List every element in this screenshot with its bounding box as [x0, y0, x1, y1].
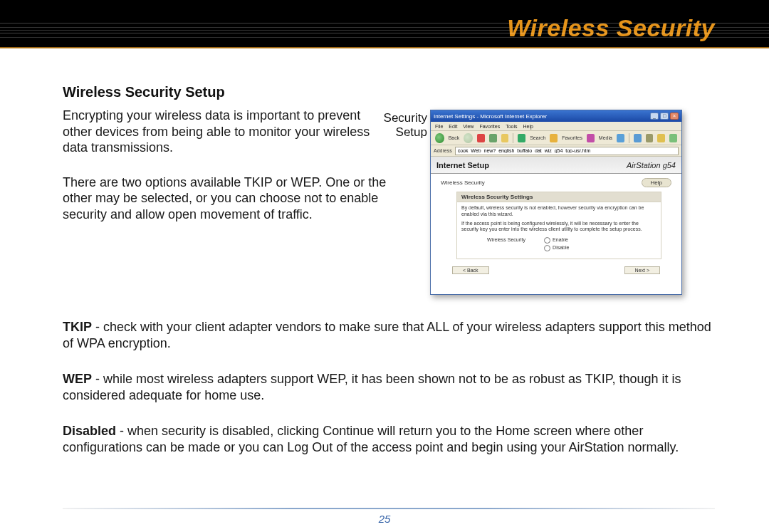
disabled-paragraph: Disabled - when security is disabled, cl…	[63, 423, 715, 455]
brand-label: AirStation g54	[627, 161, 676, 169]
window-titlebar: Internet Settings - Microsoft Internet E…	[431, 110, 681, 122]
menu-tools: Tools	[506, 124, 517, 129]
page-number: 25	[0, 513, 769, 525]
screenshot-caption-line1: Security	[384, 111, 427, 125]
forward-icon	[464, 133, 473, 143]
messenger-icon	[669, 134, 677, 142]
browser-toolbar: Back Search Favorites Media	[431, 131, 681, 145]
embedded-page-subheader: Wireless Security Help	[431, 174, 681, 190]
wep-paragraph: WEP - while most wireless adapters suppo…	[63, 371, 715, 403]
menu-view: View	[463, 124, 474, 129]
menu-help: Help	[523, 124, 533, 129]
wizard-nav: < Back Next >	[452, 266, 660, 274]
header-underline	[0, 47, 769, 48]
radio-group: Wireless Security Enable Disable	[487, 237, 649, 251]
window-title: Internet Settings - Microsoft Internet E…	[434, 113, 547, 120]
menu-edit: Edit	[449, 124, 457, 129]
settings-text-2: If the access point is being configured …	[461, 221, 656, 234]
footer-rule	[63, 508, 715, 509]
toolbar-search-label: Search	[530, 135, 545, 140]
disabled-term: Disabled	[63, 424, 116, 438]
address-label: Address	[434, 148, 452, 153]
toolbar-media-label: Media	[599, 135, 612, 140]
wep-term: WEP	[63, 372, 92, 386]
settings-text-1: By default, wireless security is not ena…	[461, 205, 656, 218]
window-minimize-icon: _	[650, 113, 659, 120]
embedded-page-header: Internet Setup AirStation g54	[431, 157, 681, 174]
page-header-title: Wireless Security	[507, 14, 715, 42]
favorites-icon	[550, 134, 558, 142]
intro-column: Encrypting your wireless data is importa…	[63, 108, 390, 222]
edit-icon	[657, 134, 665, 142]
header-band: Wireless Security	[0, 0, 769, 47]
wep-text: - while most wireless adapters support W…	[63, 372, 681, 402]
screenshot-browser-window: Internet Settings - Microsoft Internet E…	[430, 110, 682, 295]
browser-addressbar: Address	[431, 145, 681, 157]
subheader-title: Wireless Security	[441, 179, 485, 186]
refresh-icon	[489, 134, 497, 142]
radio-group-label: Wireless Security	[487, 237, 525, 251]
radio-disable: Disable	[544, 245, 569, 251]
brand-model: g54	[661, 161, 676, 169]
embedded-page: Internet Setup AirStation g54 Wireless S…	[431, 157, 681, 294]
home-icon	[501, 134, 509, 142]
screenshot-caption-line2: Setup	[396, 125, 427, 139]
screenshot-caption: Security Setup	[370, 111, 427, 139]
embedded-page-title: Internet Setup	[436, 161, 489, 169]
menu-favorites: Favorites	[479, 124, 500, 129]
history-icon	[617, 134, 624, 142]
media-icon	[587, 134, 595, 142]
disabled-text: - when security is disabled, clicking Co…	[63, 424, 679, 454]
tkip-term: TKIP	[63, 320, 92, 334]
definitions-block: TKIP - check with your client adapter ve…	[63, 319, 715, 475]
radio-enable: Enable	[544, 237, 569, 244]
window-close-icon: ×	[670, 113, 679, 120]
settings-box-title: Wireless Security Settings	[457, 192, 661, 202]
intro-paragraph-1: Encrypting your wireless data is importa…	[63, 108, 390, 156]
wizard-back-button: < Back	[452, 266, 489, 274]
page-content: Wireless Security Setup Encrypting your …	[63, 84, 715, 504]
stop-icon	[477, 134, 485, 142]
address-input	[455, 147, 679, 155]
mail-icon	[634, 134, 642, 142]
back-label: Back	[449, 135, 460, 140]
section-heading: Wireless Security Setup	[63, 84, 715, 100]
tkip-paragraph: TKIP - check with your client adapter ve…	[63, 319, 715, 351]
help-button: Help	[642, 178, 671, 187]
menu-file: File	[435, 124, 443, 129]
toolbar-favorites-label: Favorites	[562, 135, 582, 140]
window-maximize-icon: □	[660, 113, 669, 120]
settings-box-body: By default, wireless security is not ena…	[457, 202, 661, 259]
settings-box: Wireless Security Settings By default, w…	[456, 192, 661, 259]
brand-name: AirStation	[627, 161, 661, 169]
tkip-text: - check with your client adapter vendors…	[63, 320, 711, 350]
search-icon	[518, 134, 525, 142]
wizard-next-button: Next >	[624, 266, 660, 274]
print-icon	[646, 134, 654, 142]
intro-paragraph-2: There are two options available TKIP or …	[63, 174, 390, 223]
back-icon	[435, 133, 444, 143]
browser-menubar: File Edit View Favorites Tools Help	[431, 122, 681, 131]
